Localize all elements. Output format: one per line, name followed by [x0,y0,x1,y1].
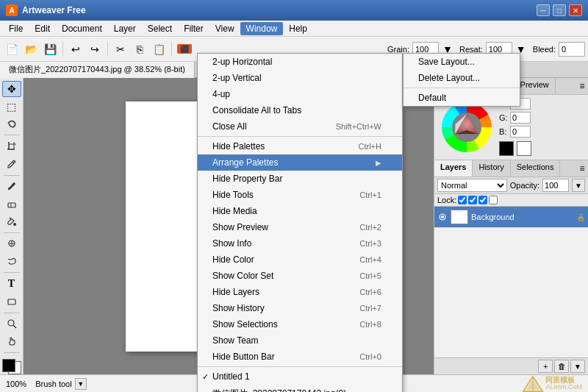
lock-move[interactable] [478,196,487,204]
lock-paint[interactable] [468,196,477,204]
g-value[interactable] [510,112,531,124]
layers-panel-menu[interactable]: ≡ [576,160,588,177]
tab-layers[interactable]: Layers [434,160,473,177]
tool-crop[interactable] [2,138,21,154]
g-slider-row: G: [499,112,585,124]
menu-wechat-img[interactable]: 微信图片_20220707170443.jpg(0) [198,385,402,392]
color-selector[interactable] [2,359,21,374]
menu-window[interactable]: Window [240,22,284,35]
menu-hide-palettes[interactable]: Hide PalettesCtrl+H [198,138,402,154]
menu-show-selections[interactable]: Show SelectionsCtrl+8 [198,316,402,332]
menu-2up-horizontal[interactable]: 2-up Horizontal [198,54,402,70]
menu-filter[interactable]: Filter [178,22,209,35]
toolbar-cut[interactable]: ✂ [112,40,129,58]
bg-swatch[interactable] [517,141,531,156]
opacity-input[interactable] [542,179,569,192]
menu-show-color-set[interactable]: Show Color SetCtrl+5 [198,268,402,284]
tool-move[interactable]: ✥ [2,81,21,97]
menu-save-layout[interactable]: Save Layout... [404,54,520,70]
menu-arrange-palettes[interactable]: Arrange Palettes▶ [198,154,402,171]
menu-show-info[interactable]: Show InfoCtrl+3 [198,235,402,252]
menu-document[interactable]: Document [56,22,108,35]
tab-selections[interactable]: Selections [511,160,561,177]
toolbar-redo[interactable]: ↪ [86,40,104,58]
menu-close-all[interactable]: Close AllShift+Ctrl+W [198,118,402,135]
show-selections-shortcut: Ctrl+8 [359,320,381,329]
menu-hide-color[interactable]: Hide ColorCtrl+4 [198,252,402,268]
add-layer-btn[interactable]: + [538,360,553,373]
menu-default-layout[interactable]: Default [404,90,520,106]
menu-layer[interactable]: Layer [108,22,142,35]
menu-show-team[interactable]: Show Team [198,332,402,349]
toolbar-new[interactable]: 📄 [3,40,21,58]
toolbar-save[interactable]: 💾 [41,40,59,58]
layers-more[interactable]: ▼ [570,360,585,373]
menu-select[interactable]: Select [142,22,178,35]
toolbar-extra[interactable]: ⬛ [176,40,193,58]
tool-eraser[interactable] [2,196,21,212]
tool-shape[interactable] [2,293,21,310]
menu-edit[interactable]: Edit [29,22,56,35]
minimize-button[interactable]: ─ [537,4,550,16]
tool-zoom[interactable] [2,316,21,332]
maximize-button[interactable]: □ [553,4,566,16]
fg-color-swatch[interactable] [2,359,15,372]
lock-transparency[interactable] [458,196,467,204]
tab-preview[interactable]: Preview [514,78,556,94]
tool-sep-5 [4,313,20,313]
close-button[interactable]: ✕ [569,4,582,16]
tool-lasso[interactable] [2,116,21,132]
tool-eyedropper[interactable] [2,156,21,172]
layer-item[interactable]: Background 🔒 [434,207,588,228]
menu-hide-layers[interactable]: Hide LayersCtrl+6 [198,284,402,300]
menu-show-preview[interactable]: Show PreviewCtrl+2 [198,219,402,235]
menu-2up-vertical[interactable]: 2-up Vertical [198,70,402,86]
fg-swatch[interactable] [499,141,514,156]
color-wheel[interactable] [437,98,496,157]
bleed-input[interactable] [559,42,585,57]
tool-sep-1 [4,135,20,135]
menu-bar: File Edit Document Layer Select Filter V… [0,21,588,37]
menu-file[interactable]: File [3,22,29,35]
menu-hide-tools[interactable]: Hide ToolsCtrl+1 [198,187,402,203]
zoom-value: 100% [6,379,26,388]
title-bar: A Artweaver Free ─ □ ✕ [0,0,588,21]
toolbar-paste[interactable]: 📋 [150,40,168,58]
menu-consolidate[interactable]: Consolidate All to Tabs [198,102,402,118]
color-panel-menu[interactable]: ≡ [576,78,588,94]
menu-untitled1[interactable]: ✓ Untitled 1 [198,368,402,385]
tool-brush[interactable] [2,178,21,194]
tool-fill[interactable] [2,213,21,229]
menu-delete-layout[interactable]: Delete Layout... [404,70,520,86]
delete-layer-btn[interactable]: 🗑 [554,360,569,373]
menu-hide-button-bar[interactable]: Hide Button BarCtrl+0 [198,349,402,365]
menu-hide-media[interactable]: Hide Media [198,203,402,219]
hide-tools-shortcut: Ctrl+1 [359,190,381,199]
toolbar-undo[interactable]: ↩ [67,40,85,58]
menu-view[interactable]: View [209,22,240,35]
lock-all[interactable] [489,196,498,204]
document-tab[interactable]: 微信图片_20220707170443.jpg @ 38.52% (8-bit) [0,62,195,78]
opacity-dropdown[interactable]: ▼ [572,179,585,192]
menu-help[interactable]: Help [283,22,313,35]
tool-dropdown[interactable]: ▼ [75,378,87,390]
menu-hide-property-bar[interactable]: Hide Property Bar [198,171,402,187]
hide-palettes-shortcut: Ctrl+H [359,142,381,151]
tab-history[interactable]: History [473,160,510,177]
tool-clone[interactable] [2,236,21,252]
tool-sep-3 [4,232,20,233]
toolbar-copy[interactable]: ⎘ [131,40,148,58]
layer-visibility[interactable] [437,212,448,222]
tool-smudge[interactable] [2,253,21,269]
arrange-sep [404,88,520,88]
tool-select-rect[interactable]: ⬚ [2,99,21,115]
resat-label: Resat: [459,45,483,54]
layer-lock-icon: 🔒 [576,213,585,221]
tool-text[interactable]: T [2,276,21,292]
toolbar-open[interactable]: 📂 [22,40,40,58]
blend-mode-select[interactable]: Normal Multiply Screen [437,179,507,192]
menu-show-history[interactable]: Show HistoryCtrl+7 [198,300,402,316]
b-value[interactable] [510,126,531,138]
menu-4up[interactable]: 4-up [198,86,402,102]
tool-hand[interactable] [2,333,21,349]
